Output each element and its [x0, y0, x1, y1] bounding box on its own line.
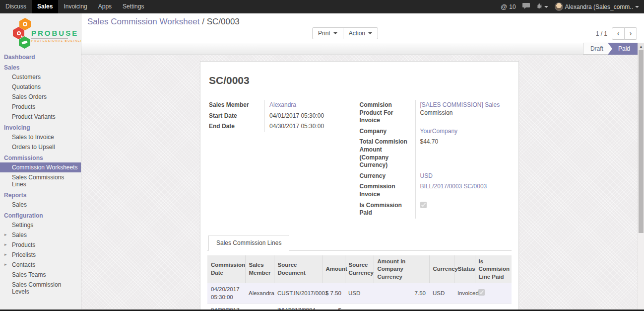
breadcrumb-parent-link[interactable]: Sales Commission Worksheet [87, 17, 199, 26]
sidebar-item-sales-orders[interactable]: Sales Orders [0, 92, 81, 102]
pager-previous-button[interactable]: ‹ [612, 27, 625, 40]
field-value-company[interactable]: YourCompany [420, 128, 458, 135]
sidebar-item-dashboard[interactable]: Dashboard [0, 51, 81, 62]
menu-sales[interactable]: Sales [32, 0, 58, 13]
is-commission-paid-checkbox [420, 202, 427, 208]
user-name: Alexandra (Sales_comm.. [565, 3, 633, 10]
commission-product-link[interactable]: [SALES COMMISSION] Sales [420, 101, 500, 108]
field-label-start-date: Start Date [209, 111, 264, 122]
field-label-company: Company [360, 126, 415, 137]
field-label-commission-invoice: Commission Invoice [360, 181, 415, 200]
field-label-total-commission: Total Commision Amount (Company Currency… [360, 137, 415, 170]
sidebar-item-settings[interactable]: Settings [0, 220, 81, 230]
menu-apps[interactable]: Apps [93, 0, 117, 13]
scroll-up-arrow-icon[interactable]: ▲ [638, 43, 644, 50]
breadcrumb-separator: / [202, 17, 206, 26]
gear-icon [23, 22, 27, 26]
breadcrumb-current: SC/0003 [207, 17, 240, 26]
statusbar: Draft Paid [81, 43, 644, 55]
company-logo: PROBUSE PROFESSIONAL BUSINESS [0, 17, 81, 51]
pager-next-button[interactable]: › [624, 27, 637, 40]
pager-value: 1 / 1 [596, 30, 607, 37]
sidebar-section-commissions[interactable]: Commissions [0, 152, 81, 162]
status-step-paid[interactable]: Paid [608, 43, 638, 55]
action-button-group: Print Action [312, 27, 378, 39]
print-button[interactable]: Print [312, 27, 343, 39]
field-label-commission-product: Commision Product For Invoice [360, 100, 415, 126]
user-menu[interactable]: Alexandra (Sales_comm.. [555, 2, 639, 11]
breadcrumb: Sales Commission Worksheet / SC/0003 [87, 17, 638, 27]
logo-title: PROBUSE [31, 29, 78, 37]
field-label-end-date: End Date [209, 121, 264, 132]
main-menu: Discuss Sales Invoicing Apps Settings [0, 0, 149, 13]
sidebar-item-config-products[interactable]: ▸Products [0, 240, 81, 250]
sidebar-item-product-variants[interactable]: Product Variants [0, 112, 81, 122]
sidebar-item-quotations[interactable]: Quotations [0, 82, 81, 92]
magnifier-icon [17, 31, 21, 35]
table-header-row: Commission Date Sales Member Source Docu… [207, 255, 512, 284]
table-row[interactable]: 04/20/2017 05:30:00 Alexandra CUST.IN/20… [207, 283, 512, 304]
column-header-source-document[interactable]: Source Document [274, 255, 322, 284]
sidebar-section-invoicing[interactable]: Invoicing [0, 122, 81, 132]
commission-lines-table: Commission Date Sales Member Source Docu… [207, 255, 512, 310]
caret-down-icon [635, 6, 639, 8]
sidebar-item-sales-commissions-lines[interactable]: Sales Commissions Lines [0, 172, 81, 189]
top-navbar: Discuss Sales Invoicing Apps Settings @ … [0, 0, 644, 13]
scrollbar-thumb[interactable] [639, 50, 644, 233]
column-header-source-currency[interactable]: Source Currency [345, 255, 374, 284]
sidebar-section-configuration[interactable]: Configuration [0, 210, 81, 220]
sidebar-section-reports[interactable]: Reports [0, 189, 81, 200]
menu-discuss[interactable]: Discuss [0, 0, 32, 13]
pager: 1 / 1 ‹ › [596, 27, 637, 40]
sidebar-item-config-pricelists[interactable]: ▸Pricelists [0, 250, 81, 260]
sidebar-item-customers[interactable]: Customers [0, 72, 81, 82]
column-header-currency[interactable]: Currency [429, 255, 454, 284]
column-header-commission-date[interactable]: Commission Date [207, 255, 245, 284]
field-value-commission-product: [SALES COMMISSION] Sales Commission [415, 100, 511, 126]
tab-sales-commission-lines[interactable]: Sales Commission Lines [208, 235, 289, 251]
field-value-total-commission: $44.70 [415, 137, 511, 170]
expand-arrow-icon: ▸ [4, 232, 7, 237]
field-value-sales-member[interactable]: Alexandra [269, 101, 296, 108]
expand-arrow-icon: ▸ [4, 262, 7, 267]
field-value-end-date: 04/30/2017 05:30:00 [264, 121, 346, 132]
sidebar-item-sales-teams[interactable]: Sales Teams [0, 270, 81, 280]
sidebar-item-products[interactable]: Products [0, 102, 81, 112]
systray: @ 10 Alexandra (Sales_comm.. [501, 0, 644, 13]
sidebar-item-config-sales[interactable]: ▸Sales [0, 230, 81, 240]
action-button[interactable]: Action [343, 27, 378, 39]
menu-settings[interactable]: Settings [117, 0, 149, 13]
form-view-background: SC/0003 Sales Member Alexandra Start Dat… [81, 55, 644, 310]
field-value-commission-invoice[interactable]: BILL/2017/0003 SC/0003 [420, 183, 487, 190]
sidebar-item-commission-worksheets[interactable]: Commission Worksheets [0, 162, 81, 172]
field-label-currency: Currency [360, 171, 415, 182]
control-panel: Sales Commission Worksheet / SC/0003 Pri… [81, 13, 644, 43]
sidebar-section-sales[interactable]: Sales [0, 62, 81, 72]
sidebar-item-sales-to-invoice[interactable]: Sales to Invoice [0, 132, 81, 142]
sidebar: PROBUSE PROFESSIONAL BUSINESS Dashboard … [0, 13, 81, 310]
sidebar-item-sales-commission-levels[interactable]: Sales Commission Levels [0, 280, 81, 297]
vertical-scrollbar[interactable]: ▲ [638, 43, 644, 310]
field-label-sales-member: Sales Member [209, 100, 264, 111]
field-value-currency[interactable]: USD [420, 172, 433, 179]
sidebar-item-orders-to-upsell[interactable]: Orders to Upsell [0, 142, 81, 152]
sidebar-item-reports-sales[interactable]: Sales [0, 200, 81, 210]
column-header-sales-member[interactable]: Sales Member [245, 255, 274, 284]
column-header-amount[interactable]: Amount [322, 255, 345, 284]
activities-count: 10 [509, 3, 515, 10]
caret-down-icon [544, 6, 548, 8]
expand-arrow-icon: ▸ [4, 242, 7, 247]
status-step-draft[interactable]: Draft [583, 43, 612, 55]
record-title: SC/0003 [209, 75, 512, 86]
activities-counter[interactable]: @ 10 [501, 3, 516, 10]
messages-icon[interactable] [522, 3, 530, 10]
sidebar-item-config-contacts[interactable]: ▸Contacts [0, 260, 81, 270]
column-header-amount-company-currency[interactable]: Amount in Company Currency [374, 255, 429, 284]
column-header-is-commision-line-paid[interactable]: Is Commision Line Paid [475, 255, 512, 284]
table-row[interactable]: 04/20/2017 05:30:00 Alexandra INV/2017/0… [207, 304, 512, 310]
menu-invoicing[interactable]: Invoicing [58, 0, 92, 13]
debug-menu[interactable] [536, 3, 548, 10]
caret-down-icon [368, 32, 372, 34]
at-icon: @ [501, 3, 507, 10]
debug-bug-icon [536, 3, 542, 10]
